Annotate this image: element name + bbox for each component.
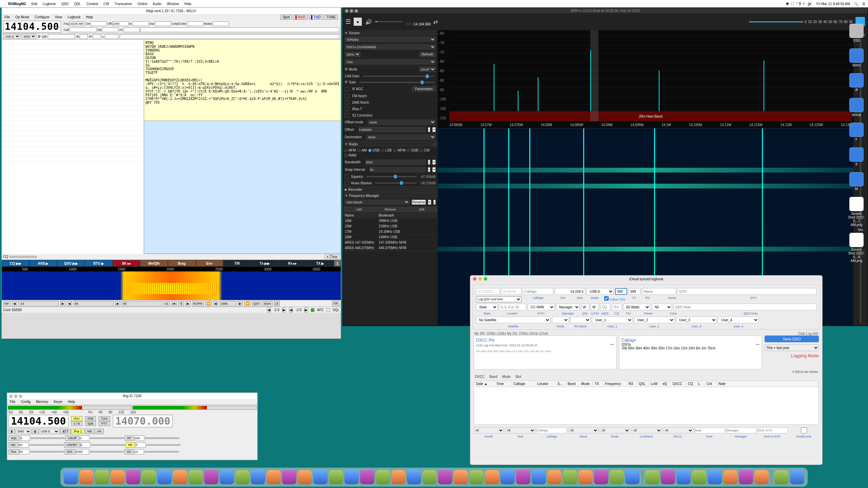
desktop-item[interactable]: items	[848, 48, 865, 67]
lna-slider[interactable]	[363, 76, 434, 77]
off-input[interactable]	[112, 21, 129, 26]
source-section[interactable]: ▼Source	[343, 30, 438, 36]
radio-section[interactable]: ▼Radio✓	[343, 141, 438, 147]
sdrpp-sidebar[interactable]: ▼Source SDRplay RSP1A (2103038898) 2MHzR…	[343, 30, 438, 326]
desktop-item[interactable]: tt	[848, 147, 865, 166]
offmode-select[interactable]: None	[368, 120, 436, 125]
minimize-icon[interactable]	[478, 277, 482, 281]
desktop-item[interactable]: F	[848, 123, 865, 141]
clkoff-slider[interactable]	[90, 438, 124, 439]
dock-app[interactable]	[407, 470, 421, 484]
desktop-item[interactable]: iff	[848, 73, 865, 92]
wf-mode-button[interactable]: WF	[3, 301, 11, 306]
dock-app[interactable]	[267, 470, 281, 484]
mic-val[interactable]	[19, 442, 29, 448]
bookmark-row[interactable]: ARES 147.435MHz147.435MHz NFM	[343, 240, 438, 245]
rst-tx-input[interactable]	[615, 288, 627, 295]
more-icon[interactable]: •••	[756, 343, 760, 346]
mode-wfm[interactable]: WFM	[393, 148, 406, 152]
stop-button[interactable]: ■	[354, 18, 362, 26]
channel-list[interactable]	[2, 40, 144, 254]
dock-app[interactable]	[438, 470, 452, 484]
vfoa-display[interactable]: 14104.500	[8, 415, 68, 427]
edit-button[interactable]: Edit	[406, 207, 437, 212]
source-select[interactable]: SDRplay	[345, 37, 436, 42]
dock-app[interactable]	[204, 470, 218, 484]
dock-app[interactable]	[754, 470, 769, 484]
dock-app[interactable]	[376, 470, 390, 484]
volume-slider[interactable]	[375, 21, 402, 22]
squelch-checkbox[interactable]	[345, 175, 349, 179]
clkoff-val[interactable]	[79, 435, 90, 441]
iqcorr-checkbox[interactable]	[345, 113, 349, 117]
satellite-select[interactable]: No Satellite	[476, 317, 551, 323]
ptt-button[interactable]: PTT	[99, 421, 110, 426]
biast-checkbox[interactable]	[345, 107, 349, 111]
tune-button[interactable]: TUNE	[324, 15, 338, 20]
note-input[interactable]	[673, 304, 816, 310]
macro-tx[interactable]: Tx ▶▶	[251, 260, 279, 267]
desktop-item[interactable]: ackup	[848, 98, 865, 117]
macro-meqth[interactable]: Me/Qth	[140, 260, 168, 267]
l-input[interactable]	[105, 34, 118, 39]
macro-brag[interactable]: Brag	[168, 260, 196, 267]
spot-button[interactable]: Spot	[280, 15, 292, 20]
time-input[interactable]	[501, 288, 521, 295]
save-qso-button[interactable]: Save QSO	[765, 336, 819, 342]
nr-val[interactable]	[136, 442, 146, 448]
add-button[interactable]: Add	[343, 207, 374, 212]
tab-mode[interactable]: Mode	[502, 375, 511, 379]
fldigi-menu-help[interactable]: Help	[86, 15, 93, 19]
offset-inc[interactable]: +	[432, 127, 436, 132]
bookmark-row[interactable]: 10M28MHz USB	[343, 218, 438, 224]
qth-input[interactable]	[677, 288, 816, 295]
desktop-item[interactable]: SSD	[848, 24, 865, 42]
dock-app[interactable]	[142, 470, 156, 484]
menu-online[interactable]: Online	[138, 2, 147, 6]
user4[interactable]: User_4	[718, 317, 759, 323]
snap-inc[interactable]: +	[432, 167, 436, 172]
dock-app[interactable]	[692, 470, 706, 484]
rf-button[interactable]: RF	[125, 435, 134, 441]
bookmark-row[interactable]: 17M18.1MHz USB	[343, 229, 438, 235]
cnty-input[interactable]	[187, 21, 203, 26]
rename-button[interactable]: Rename	[412, 200, 426, 205]
f-year[interactable]: All	[505, 427, 535, 433]
sb-left2[interactable]: ◀	[289, 307, 293, 312]
f-manager[interactable]	[726, 427, 756, 433]
fldigi-menu-file[interactable]: File	[4, 15, 10, 19]
bookmark-row[interactable]: 15M21MHz USB	[343, 224, 438, 229]
dock-app[interactable]	[645, 470, 659, 484]
mode-dsb[interactable]: DSB	[407, 148, 418, 152]
menu-help[interactable]: Help	[184, 2, 192, 6]
dock-app[interactable]	[739, 470, 753, 484]
add-list[interactable]: +	[428, 200, 431, 205]
ifgain-slider[interactable]	[359, 82, 434, 83]
menu-qso[interactable]: QSO	[61, 2, 68, 6]
qsl-w2[interactable]	[591, 304, 599, 310]
mode-btn[interactable]: ▮	[32, 429, 38, 434]
volume-icon[interactable]: 🔊	[364, 18, 373, 26]
menu-contest[interactable]: Contest	[86, 2, 98, 6]
params-button[interactable]: Parameters	[412, 86, 436, 92]
bw-dec[interactable]: -	[428, 160, 430, 165]
mode-usb[interactable]: USB	[368, 148, 380, 152]
mode-am[interactable]: AM	[357, 148, 367, 152]
dock-app[interactable]	[661, 470, 675, 484]
cq-input[interactable]	[600, 304, 610, 310]
dock-app[interactable]	[676, 470, 691, 484]
tx-text-pane[interactable]	[144, 121, 341, 254]
wf-rrev[interactable]: ⏪	[205, 301, 212, 306]
dock-app[interactable]	[189, 470, 203, 484]
user2[interactable]: User_2	[634, 317, 675, 323]
dock-downloads[interactable]	[774, 470, 789, 484]
bookmark-row[interactable]: 20M14MHz USB	[343, 235, 438, 240]
vfob-display[interactable]: 14070.000	[113, 415, 173, 427]
sb-right[interactable]: ▶	[282, 307, 286, 312]
nb-button[interactable]: NB	[85, 429, 94, 434]
dock-app[interactable]	[313, 470, 328, 484]
vol-val[interactable]	[134, 449, 144, 454]
wf-tr[interactable]: T/R	[332, 301, 340, 306]
bw-btn[interactable]: ▮	[8, 429, 15, 434]
dock-app[interactable]	[422, 470, 437, 484]
